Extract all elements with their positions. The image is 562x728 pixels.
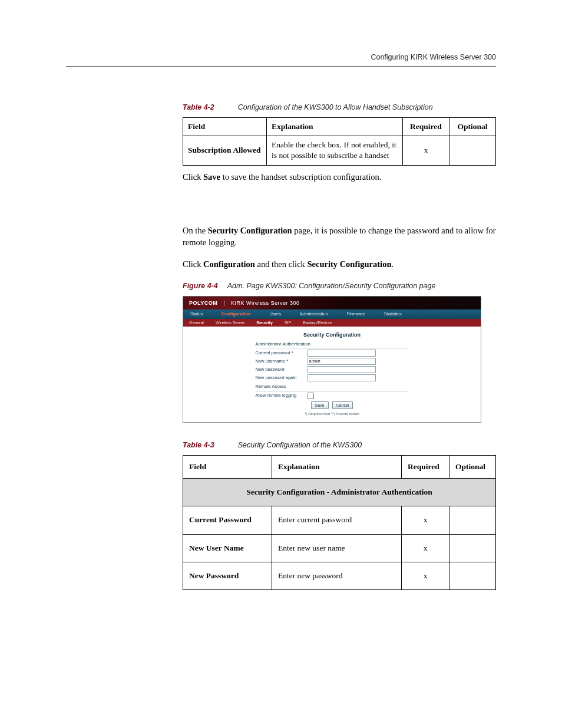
- table-row: New Password Enter new password x: [183, 562, 496, 589]
- text: .: [391, 259, 394, 269]
- subtab-wireless-server[interactable]: Wireless Server: [210, 319, 250, 327]
- text: On the: [183, 226, 208, 235]
- running-head: Configuring KIRK Wireless Server 300: [371, 53, 496, 61]
- figure-4-4: POLYCOM | KIRK Wireless Server 300 Statu…: [183, 296, 496, 423]
- app-banner: POLYCOM | KIRK Wireless Server 300: [183, 297, 481, 309]
- text: Click: [183, 172, 203, 182]
- cell-optional: [449, 136, 496, 165]
- table-4-3-title: Security Configuration of the KWS300: [238, 440, 362, 450]
- checkbox-allow-remote-logging[interactable]: [308, 393, 314, 399]
- cancel-button[interactable]: Cancel: [332, 401, 353, 409]
- text: Click: [183, 259, 203, 269]
- paragraph-nav-steps: Click Configuration and then click Secur…: [183, 259, 496, 271]
- text: to save the handset subscription configu…: [220, 172, 381, 182]
- section-admin-auth: Administrator Authentication: [256, 341, 409, 348]
- paragraph-security-intro: On the Security Configuration page, it i…: [183, 225, 496, 248]
- text-bold: Security Configuration: [208, 226, 292, 235]
- input-new-password[interactable]: [308, 366, 376, 373]
- table-row: New User Name Enter new user name x: [183, 534, 496, 562]
- col-field: Field: [183, 456, 272, 479]
- table-section-row: Security Configuration - Administrator A…: [183, 479, 496, 506]
- input-new-username[interactable]: admin: [308, 358, 376, 365]
- cell-optional: [449, 506, 496, 534]
- tab-status[interactable]: Status: [183, 309, 214, 319]
- table-row: Current Password Enter current password …: [183, 506, 496, 534]
- form-footnote: *) Required field **) Require restart: [256, 411, 409, 416]
- cell-explanation: Enter current password: [272, 506, 402, 534]
- table-4-3: Field Explanation Required Optional Secu…: [183, 455, 496, 590]
- product-name: KIRK Wireless Server 300: [231, 299, 300, 307]
- label-allow-remote-logging: Allow remote logging: [256, 393, 304, 398]
- subtab-general[interactable]: General: [183, 319, 210, 327]
- header-rule: [66, 66, 496, 67]
- save-button[interactable]: Save: [311, 401, 329, 409]
- cell-required: x: [403, 136, 449, 165]
- subtab-sip[interactable]: SIP: [279, 319, 297, 327]
- cell-field: Subscription Allowed: [183, 136, 267, 165]
- figure-4-4-label: Figure 4-4: [183, 281, 218, 291]
- cell-explanation: Enable the check box. If not enabled, it…: [267, 136, 403, 165]
- tab-users[interactable]: Users: [262, 309, 293, 319]
- col-explanation: Explanation: [272, 456, 402, 479]
- text-bold: Configuration: [203, 259, 255, 269]
- col-optional: Optional: [449, 117, 496, 136]
- sub-tabs: General Wireless Server Security SIP Bac…: [183, 319, 481, 327]
- col-optional: Optional: [449, 456, 496, 479]
- text: and then click: [255, 259, 308, 269]
- input-current-password[interactable]: [308, 350, 376, 357]
- text-bold: Security Configuration: [307, 259, 391, 269]
- table-4-2-title: Configuration of the KWS300 to Allow Han…: [238, 103, 433, 113]
- cell-explanation: Enter new password: [272, 562, 402, 589]
- table-4-2: Field Explanation Required Optional Subs…: [183, 117, 496, 166]
- section-remote-access: Remote Access: [256, 383, 409, 391]
- label-new-password: New password: [256, 367, 304, 373]
- cell-field: New Password: [183, 562, 272, 589]
- tab-statistics[interactable]: Statistics: [377, 309, 414, 319]
- col-required: Required: [403, 117, 449, 136]
- tab-configuration[interactable]: Configuration: [214, 309, 262, 319]
- label-new-username: New username *: [256, 358, 304, 364]
- table-4-2-label: Table 4-2: [183, 103, 214, 113]
- label-current-password: Current password *: [256, 350, 304, 356]
- section-heading: Security Configuration - Administrator A…: [183, 479, 496, 506]
- separator-icon: |: [223, 299, 225, 307]
- subtab-security[interactable]: Security: [250, 319, 279, 327]
- col-required: Required: [402, 456, 449, 479]
- table-row: Field Explanation Required Optional: [183, 456, 496, 479]
- brand-logo: POLYCOM: [189, 299, 217, 307]
- cell-field: Current Password: [183, 506, 272, 534]
- table-4-2-caption: Table 4-2 Configuration of the KWS300 to…: [183, 103, 496, 113]
- cell-required: x: [402, 506, 449, 534]
- table-row: Subscription Allowed Enable the check bo…: [183, 136, 496, 165]
- table-4-3-label: Table 4-3: [183, 440, 214, 450]
- label-new-password-again: New password again: [256, 375, 304, 381]
- subtab-backup-restore[interactable]: Backup/Restore: [297, 319, 338, 327]
- table-4-3-caption: Table 4-3 Security Configuration of the …: [183, 440, 496, 450]
- paragraph-save: Click Save to save the handset subscript…: [183, 172, 496, 183]
- figure-4-4-title: Adm. Page KWS300: Configuration/Security…: [227, 281, 436, 291]
- table-row: Field Explanation Required Optional: [183, 117, 496, 136]
- cell-required: x: [402, 534, 449, 562]
- tab-firmware[interactable]: Firmware: [340, 309, 377, 319]
- cell-explanation: Enter new user name: [272, 534, 402, 562]
- input-new-password-again[interactable]: [308, 374, 376, 381]
- col-explanation: Explanation: [267, 117, 403, 136]
- figure-4-4-caption: Figure 4-4 Adm. Page KWS300: Configurati…: [183, 281, 496, 291]
- cell-optional: [449, 534, 496, 562]
- col-field: Field: [183, 117, 267, 136]
- text-bold: Save: [203, 172, 220, 182]
- cell-optional: [449, 562, 496, 589]
- tab-administration[interactable]: Administration: [293, 309, 340, 319]
- cell-field: New User Name: [183, 534, 272, 562]
- panel-title: Security Configuration: [189, 331, 475, 338]
- top-tabs: Status Configuration Users Administratio…: [183, 309, 481, 319]
- cell-required: x: [402, 562, 449, 589]
